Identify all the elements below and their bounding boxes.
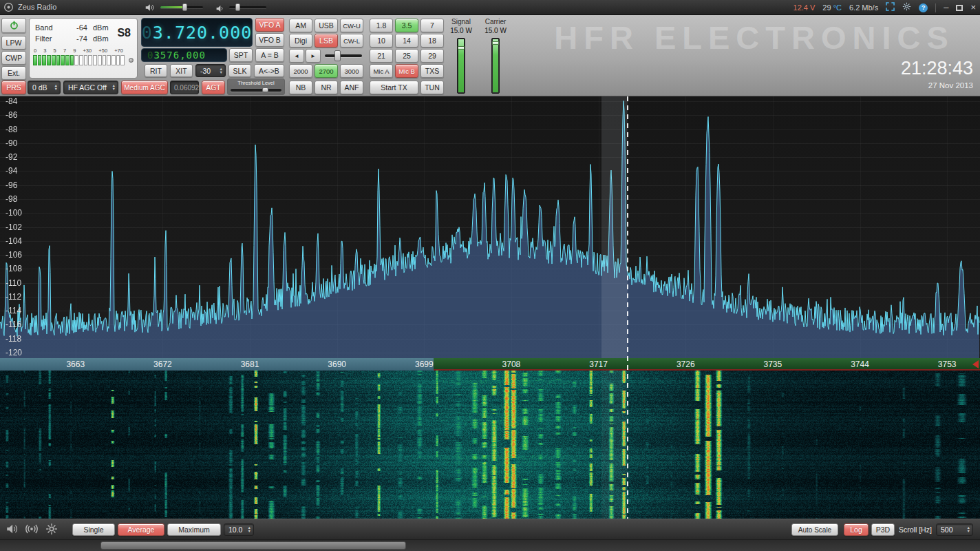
mode-cwu-button[interactable]: CW-U xyxy=(340,19,363,32)
signal-power-slider[interactable] xyxy=(457,38,465,94)
db-tick-label: -100 xyxy=(6,208,22,218)
xit-button[interactable]: XIT xyxy=(170,64,193,77)
filter-2700-button[interactable]: 2700 xyxy=(315,64,338,78)
anf-button[interactable]: ANF xyxy=(340,81,363,94)
antenna-icon[interactable] xyxy=(25,523,39,538)
shift-right-button[interactable]: ► xyxy=(306,49,321,63)
slider-handle[interactable] xyxy=(182,3,187,11)
a-equals-b-button[interactable]: A = B xyxy=(255,48,284,62)
s-meter-segment xyxy=(38,55,42,65)
band-3-5-button[interactable]: 3.5 xyxy=(395,19,418,32)
trace-average-button[interactable]: Average xyxy=(118,523,164,536)
filter-2000-button[interactable]: 2000 xyxy=(289,64,312,78)
band-14-button[interactable]: 14 xyxy=(395,34,418,48)
power-button[interactable] xyxy=(1,18,26,33)
settings-icon[interactable] xyxy=(45,523,58,538)
main-volume-slider[interactable] xyxy=(160,5,203,10)
trace-single-button[interactable]: Single xyxy=(72,523,115,536)
ext-button[interactable]: Ext. xyxy=(1,66,26,80)
spinner-arrows-icon[interactable]: ▲▼ xyxy=(967,526,970,533)
slider-handle[interactable] xyxy=(262,87,268,92)
average-count-spinner[interactable]: 10.0▲▼ xyxy=(224,523,254,536)
scrollbar-thumb[interactable] xyxy=(100,541,406,550)
auto-scale-button[interactable]: Auto Scale xyxy=(791,523,838,536)
frequency-scale[interactable]: 3663367236813690369937083717372637353744… xyxy=(0,358,980,371)
band-18-button[interactable]: 18 xyxy=(420,34,444,48)
mode-usb-button[interactable]: USB xyxy=(315,19,338,32)
clock-time: 21:28:43 xyxy=(822,58,973,79)
mic-b-button[interactable]: Mic B xyxy=(395,64,418,78)
vfo-a-button[interactable]: VFO A xyxy=(255,18,284,32)
carrier-power-slider[interactable] xyxy=(491,38,500,94)
nr-button[interactable]: NR xyxy=(315,81,338,94)
db-tick-label: -120 xyxy=(6,348,22,357)
spinner-arrows-icon[interactable]: ▲▼ xyxy=(220,67,223,74)
mode-am-button[interactable]: AM xyxy=(289,19,312,32)
filter-3000-button[interactable]: 3000 xyxy=(340,64,363,78)
mode-lsb-button[interactable]: LSB xyxy=(315,34,338,48)
brand-text: HFR ELECTRONICS xyxy=(529,17,980,59)
spectrum-canvas[interactable] xyxy=(0,96,980,358)
spinner-arrows-icon[interactable]: ▲▼ xyxy=(54,84,58,91)
trace-maximum-button[interactable]: Maximum xyxy=(167,523,221,536)
slider-handle[interactable] xyxy=(492,41,499,45)
threshold-slider[interactable] xyxy=(229,86,283,94)
expand-icon[interactable] xyxy=(886,1,895,14)
cwp-button[interactable]: CWP xyxy=(1,51,26,65)
agc-mode-spinner[interactable]: HF AGC Off▲▼ xyxy=(63,81,118,94)
band-29-button[interactable]: 29 xyxy=(420,49,444,63)
monitor-volume-icon[interactable] xyxy=(215,3,224,16)
slider-handle[interactable] xyxy=(334,50,341,61)
spinner-arrows-icon[interactable]: ▲▼ xyxy=(112,84,116,91)
frequency-tick-label: 3663 xyxy=(61,360,91,369)
vfo-b-frequency-display[interactable]: 03576,000 xyxy=(141,48,227,62)
gear-icon[interactable] xyxy=(902,1,911,14)
slk-button[interactable]: SLK xyxy=(228,64,251,77)
band-10-button[interactable]: 10 xyxy=(370,34,393,48)
main-volume-icon[interactable] xyxy=(145,3,154,15)
vfo-b-button[interactable]: VFO B xyxy=(255,33,284,47)
agt-button[interactable]: AGT xyxy=(202,81,225,94)
monitor-volume-slider[interactable] xyxy=(229,5,266,10)
log-button[interactable]: Log xyxy=(844,523,869,536)
nb-button[interactable]: NB xyxy=(289,81,312,94)
lpw-button[interactable]: LPW xyxy=(1,36,26,50)
band-1-8-button[interactable]: 1.8 xyxy=(370,19,393,32)
shift-left-button[interactable]: ◄ xyxy=(289,49,304,63)
waterfall-canvas[interactable] xyxy=(0,371,980,519)
tun-button[interactable]: TUN xyxy=(420,81,444,94)
minimize-button[interactable]: – xyxy=(944,1,948,14)
vfo-a-frequency-display[interactable]: 03.720.000 xyxy=(141,18,253,47)
spt-button[interactable]: SPT xyxy=(229,48,253,62)
filter-shift-slider[interactable] xyxy=(323,49,363,63)
txs-button[interactable]: TXS xyxy=(420,64,444,78)
maximize-button[interactable] xyxy=(956,5,963,11)
gain-spinner[interactable]: 0 dB▲▼ xyxy=(28,81,61,94)
spinner-arrows-icon[interactable]: ▲▼ xyxy=(248,526,251,533)
tuning-cursor[interactable] xyxy=(627,96,628,519)
rit-offset-spinner[interactable]: -30▲▼ xyxy=(195,64,226,77)
horizontal-scrollbar[interactable] xyxy=(0,539,980,551)
band-25-button[interactable]: 25 xyxy=(395,49,418,63)
mic-a-button[interactable]: Mic A xyxy=(370,64,393,78)
slider-handle[interactable] xyxy=(235,3,240,11)
p3d-button[interactable]: P3D xyxy=(871,523,895,536)
agc-value-field[interactable]: 0.06092 xyxy=(170,81,199,94)
slider-handle[interactable] xyxy=(458,46,465,50)
a-swap-b-button[interactable]: A<->B xyxy=(254,64,284,77)
help-icon[interactable]: ? xyxy=(919,3,928,12)
band-21-button[interactable]: 21 xyxy=(370,49,393,63)
band-7-button[interactable]: 7 xyxy=(420,19,444,32)
close-button[interactable]: × xyxy=(970,1,976,14)
db-tick-label: -84 xyxy=(6,96,17,106)
speaker-icon[interactable] xyxy=(6,523,18,538)
db-tick-label: -92 xyxy=(6,152,17,162)
start-tx-button[interactable]: Start TX xyxy=(370,81,418,94)
s-meter-segment xyxy=(65,55,70,65)
prs-button[interactable]: PRS xyxy=(1,81,26,94)
agc-speed-button[interactable]: Medium AGC xyxy=(121,81,168,94)
mode-digi-button[interactable]: Digi xyxy=(289,34,312,48)
scroll-hz-select[interactable]: 500▲▼ xyxy=(936,523,973,536)
mode-cwl-button[interactable]: CW-L xyxy=(340,34,363,48)
rit-button[interactable]: RIT xyxy=(145,64,167,77)
